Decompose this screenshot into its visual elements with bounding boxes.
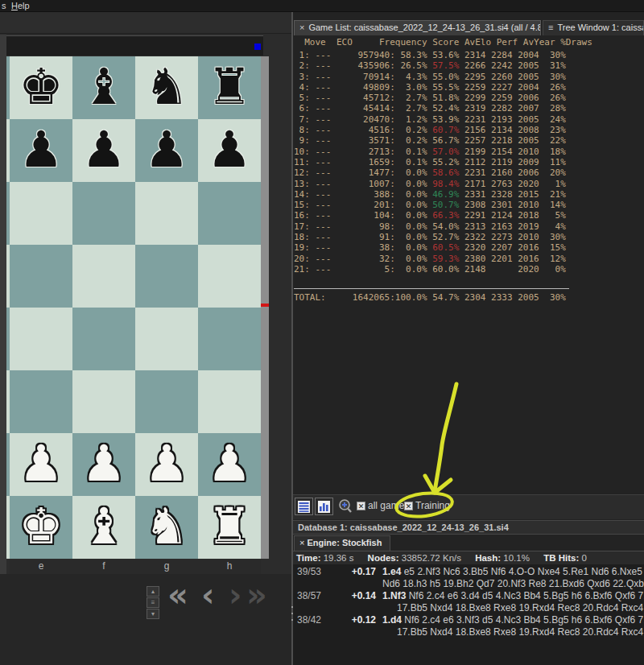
chess-piece[interactable]: ♟ — [19, 120, 64, 179]
tab-engine-stockfish[interactable]: × Engine: Stockfish — [294, 535, 390, 551]
menu-item-help[interactable]: Help — [11, 1, 30, 10]
chess-piece[interactable]: ♜ — [207, 497, 252, 556]
board-square[interactable]: ♝ — [72, 56, 135, 119]
board-square[interactable]: ♚ — [10, 496, 72, 559]
tb-hits-value: 0 — [581, 553, 586, 563]
board-square[interactable]: ♟ — [198, 433, 261, 496]
tree-row[interactable]: 3: --- 70914: 4.3% 55.0% 2295 2260 2005 … — [294, 72, 566, 82]
board-square[interactable] — [10, 182, 72, 245]
engine-variation-row[interactable]: 38/42+0.121.d4 Nf6 2.c4 e6 3.Nf3 d5 4.Nc… — [293, 614, 644, 626]
board-square[interactable] — [10, 308, 72, 370]
tree-row[interactable]: 1: --- 957940: 58.3% 53.6% 2314 2284 200… — [294, 50, 566, 60]
board-square[interactable]: ♚ — [10, 56, 72, 119]
board-square[interactable] — [72, 245, 135, 308]
board-square[interactable]: ♟ — [135, 119, 198, 182]
board-square[interactable]: ♟ — [10, 119, 72, 182]
chess-piece[interactable]: ♝ — [81, 57, 126, 116]
engine-tab-row: × Engine: Stockfish — [293, 535, 644, 551]
tree-row[interactable]: 2: --- 435906: 26.5% 57.5% 2266 2242 200… — [294, 60, 566, 71]
board-square[interactable] — [198, 308, 261, 370]
checkbox-checked-icon[interactable]: ✕ — [357, 502, 365, 510]
tab-tree-window[interactable]: ≡Tree Window 1: caissabas — [543, 20, 644, 35]
board-square[interactable]: ♜ — [198, 496, 261, 559]
chess-piece[interactable]: ♜ — [207, 57, 252, 116]
board-square[interactable]: ♞ — [135, 56, 198, 119]
tree-row[interactable]: 5: --- 45712: 2.7% 51.8% 2299 2259 2006 … — [294, 93, 566, 103]
tree-row[interactable]: 11: --- 1659: 0.1% 55.2% 2112 2119 2009 … — [294, 157, 566, 167]
chess-piece[interactable]: ♟ — [19, 434, 64, 493]
mini-list-button[interactable]: ≡ — [147, 597, 159, 608]
tree-row[interactable]: 20: --- 32: 0.0% 59.3% 2380 2201 2016 12… — [294, 254, 566, 264]
board-square[interactable] — [10, 370, 72, 433]
tree-row[interactable]: 14: --- 388: 0.0% 46.9% 2331 2328 2015 2… — [294, 189, 566, 200]
board-square[interactable]: ♟ — [72, 119, 135, 182]
chess-piece[interactable]: ♟ — [144, 434, 189, 493]
tree-row[interactable]: 15: --- 201: 0.0% 50.7% 2308 2301 2010 1… — [294, 200, 566, 210]
board-square[interactable]: ♞ — [135, 496, 198, 559]
engine-variation-row[interactable]: 38/57+0.141.Nf3 Nf6 2.c4 e6 3.d4 d5 4.Nc… — [293, 590, 644, 602]
checkbox-checked-icon[interactable]: ✕ — [404, 502, 413, 510]
score-value: 53.9% — [427, 114, 460, 125]
chess-piece[interactable]: ♟ — [81, 120, 126, 179]
board-square[interactable]: ♟ — [135, 433, 198, 496]
tree-row[interactable]: 8: --- 4516: 0.2% 60.7% 2156 2134 2008 2… — [294, 125, 566, 135]
board-square[interactable] — [72, 182, 135, 245]
board-square[interactable]: ♝ — [72, 496, 135, 559]
close-icon[interactable]: × — [299, 538, 304, 547]
board-square[interactable]: ♟ — [10, 433, 72, 496]
tree-row[interactable]: 9: --- 3571: 0.2% 56.7% 2257 2218 2005 2… — [294, 135, 566, 146]
tree-row[interactable]: 19: --- 38: 0.0% 60.5% 2320 2207 2016 15… — [294, 242, 566, 253]
board-square[interactable] — [198, 370, 261, 433]
tree-row[interactable]: 18: --- 91: 0.0% 52.7% 2322 2273 2010 30… — [294, 232, 566, 242]
board-square[interactable] — [135, 182, 198, 245]
go-previous-move-button[interactable]: ‹ — [201, 576, 214, 614]
tree-row[interactable]: 4: --- 49809: 3.0% 55.5% 2259 2227 2004 … — [294, 82, 566, 93]
board-square[interactable]: ♟ — [72, 433, 135, 496]
tree-row[interactable]: 17: --- 98: 0.0% 54.0% 2313 2163 2019 4% — [294, 221, 566, 232]
tree-row[interactable]: 13: --- 1007: 0.0% 98.4% 2171 2763 2020 … — [294, 179, 566, 189]
chess-piece[interactable]: ♞ — [144, 497, 189, 556]
chess-piece[interactable]: ♟ — [81, 434, 126, 493]
chess-piece[interactable]: ♚ — [19, 57, 64, 116]
mini-down-button[interactable]: ▾ — [147, 609, 159, 619]
board-square[interactable] — [10, 245, 72, 308]
hamburger-icon[interactable]: ≡ — [548, 23, 553, 32]
board-square[interactable] — [198, 182, 261, 245]
chess-piece[interactable]: ♞ — [144, 57, 189, 116]
tree-row[interactable]: 16: --- 104: 0.0% 66.3% 2291 2124 2018 5… — [294, 210, 566, 221]
menu-item-partial[interactable]: s — [2, 1, 6, 10]
chess-piece[interactable]: ♟ — [207, 120, 252, 179]
training-checkbox[interactable]: ✕ Training — [404, 500, 450, 511]
list-view-button[interactable] — [295, 498, 313, 515]
chess-piece[interactable]: ♝ — [81, 497, 126, 556]
chess-piece[interactable]: ♟ — [144, 120, 189, 179]
tree-row[interactable]: 21: --- 5: 0.0% 60.0% 2148 2020 0% — [294, 264, 566, 275]
chess-board[interactable]: ♛♚♝♞♜♟♟♟♟♟♟♟♟♟♟♛♚♝♞♜ — [6, 56, 261, 559]
tab-game-list[interactable]: ×Game List: caissabase_2022_12_24-13_26_… — [294, 20, 541, 35]
board-square[interactable] — [72, 308, 135, 370]
score-value: 52.7% — [427, 232, 460, 242]
board-scrollbar[interactable] — [261, 56, 269, 559]
board-square[interactable]: ♜ — [198, 56, 261, 119]
board-square[interactable] — [72, 370, 135, 433]
board-square[interactable] — [135, 370, 198, 433]
board-square[interactable] — [135, 308, 198, 370]
tree-row[interactable]: 7: --- 20470: 1.2% 53.9% 2231 2193 2005 … — [294, 114, 566, 125]
chart-view-button[interactable] — [315, 498, 333, 515]
zoom-button[interactable] — [336, 498, 354, 515]
chess-piece[interactable]: ♟ — [207, 434, 252, 493]
go-last-move-button[interactable]: » — [246, 576, 267, 614]
chess-piece[interactable]: ♚ — [19, 497, 64, 556]
engine-variation-row[interactable]: 39/53+0.171.e4 e5 2.Nf3 Nc6 3.Bb5 Nf6 4.… — [293, 566, 644, 578]
go-next-move-button[interactable]: › — [229, 576, 242, 614]
board-square[interactable] — [135, 245, 198, 308]
tree-row[interactable]: 12: --- 1477: 0.0% 58.6% 2231 2160 2006 … — [294, 167, 566, 178]
board-square[interactable]: ♟ — [198, 119, 261, 182]
all-games-checkbox[interactable]: ✕ all games — [357, 500, 409, 511]
close-icon[interactable]: × — [299, 23, 304, 32]
tree-row[interactable]: 10: --- 2713: 0.1% 57.0% 2199 2154 2010 … — [294, 147, 566, 157]
mini-up-button[interactable]: ▴ — [147, 586, 159, 597]
tree-row[interactable]: 6: --- 45414: 2.7% 52.4% 2319 2282 2007 … — [294, 103, 566, 114]
go-first-move-button[interactable]: « — [167, 576, 188, 614]
board-square[interactable] — [198, 245, 261, 308]
